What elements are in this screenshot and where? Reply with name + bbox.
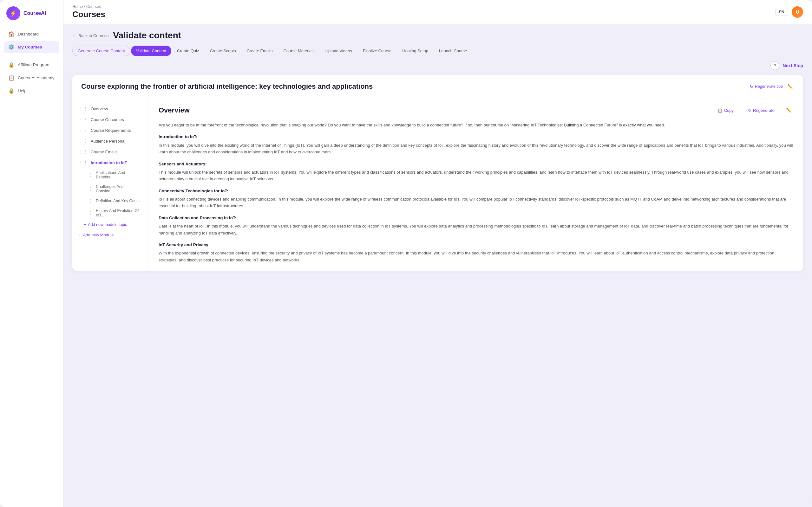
section-heading-security: IoT Security and Privacy: [159, 241, 793, 248]
overview-header: Overview 📋 Copy ↻ Regenerate ✏️ [159, 106, 793, 115]
plus-icon: + [84, 222, 86, 227]
nav-label-overview: Overview [91, 107, 108, 111]
section-connectivity: Connectivity Technologies for IoT: IoT i… [159, 187, 793, 210]
nav-item-requirements[interactable]: ⋮⋮ Course Requirements [72, 125, 148, 135]
nav-item-audience[interactable]: ⋮⋮ Audience Persona [72, 135, 148, 147]
regenerate-label: Regenerate [753, 108, 774, 113]
next-step-button[interactable]: Next Step [782, 63, 803, 68]
home-icon: 🏠 [8, 31, 14, 37]
help-icon: 🔒 [8, 88, 14, 94]
language-button[interactable]: EN [775, 8, 788, 16]
nav-sub-label-history: History And Evolution Of IoT.... [96, 209, 142, 217]
back-to-courses[interactable]: ← Back to Courses [72, 33, 108, 38]
drag-icon: ⋮⋮ [79, 128, 88, 133]
header-left: Home / Courses Courses [72, 4, 105, 19]
sidebar-item-academy[interactable]: 📋 CourseAI Academy [4, 72, 59, 84]
nav-label-audience: Audience Persona [91, 139, 124, 144]
back-label: Back to Courses [78, 33, 108, 38]
back-row: ← Back to Courses Validate content [72, 31, 803, 41]
logo-area: ⚡ CourseAI [0, 6, 63, 28]
tab-quiz[interactable]: Create Quiz [172, 46, 204, 56]
section-data: Data Collection and Processing in IoT: D… [159, 215, 793, 236]
edit-overview-button[interactable]: ✏️ [784, 106, 793, 115]
tab-videos[interactable]: Upload Videos [320, 46, 357, 56]
sidebar-label-dashboard: Dashboard [18, 32, 39, 37]
section-text-connectivity: IoT is all about connecting devices and … [159, 196, 793, 210]
breadcrumb-home[interactable]: Home [72, 4, 83, 9]
nav-item-emails[interactable]: ⋮⋮ Course Emails [72, 147, 148, 157]
sidebar: ⚡ CourseAI 🏠 Dashboard ⚙️ My Courses 🔒 A… [0, 0, 63, 507]
breadcrumb-courses[interactable]: Courses [86, 4, 101, 9]
nav-sub-label-definition: Definition And Key Con.... [96, 199, 141, 203]
section-heading-connectivity: Connectivity Technologies for IoT: [159, 187, 793, 194]
sidebar-label-my-courses: My Courses [18, 45, 42, 49]
top-header: Home / Courses Courses EN U [63, 0, 812, 24]
add-topic-label: Add new module topic [88, 222, 127, 227]
affiliate-icon: 🔒 [8, 62, 14, 68]
drag-icon: ⋮⋮ [79, 149, 88, 154]
drag-icon: ⋮⋮ [84, 210, 93, 216]
regenerate-title-button[interactable]: ↻ Regenerate title [750, 84, 783, 89]
overview-body: Are you eager to be at the forefront of … [159, 122, 793, 263]
nav-sub-label-challenges: Challenges And Conside.... [96, 184, 142, 193]
tab-emails[interactable]: Create Emails [242, 46, 278, 56]
sidebar-label-help: Help [18, 89, 27, 93]
tab-launch[interactable]: Launch Course [434, 46, 472, 56]
copy-label: Copy [724, 108, 734, 113]
nav-item-introduction[interactable]: ⋮⋮ Introduction to IoT [72, 157, 148, 168]
section-text-data: Data is at the heart of IoT. In this mod… [159, 223, 793, 236]
academy-icon: 📋 [8, 75, 14, 81]
logo-text: CourseAI [23, 10, 46, 16]
nav-sub-label-applications: Applications And Benefits.... [96, 170, 142, 179]
sidebar-label-affiliate: Affiliate Program [18, 62, 49, 67]
regen-label: Regenerate title [755, 84, 783, 89]
course-title-row: Course exploring the frontier of artific… [72, 75, 803, 98]
content-area: ← Back to Courses Validate content Gener… [63, 24, 812, 507]
course-body: ⋮⋮ Overview ⋮⋮ Course Outcomes ⋮⋮ Course… [72, 98, 803, 271]
overview-title: Overview [159, 106, 190, 114]
section-heading-data: Data Collection and Processing in IoT: [159, 215, 793, 222]
help-button[interactable]: ? [770, 61, 779, 70]
tab-generate[interactable]: Generate Course Content [72, 46, 131, 56]
nav-label-requirements: Course Requirements [91, 128, 131, 133]
overview-actions: 📋 Copy ↻ Regenerate ✏️ [714, 106, 793, 115]
add-module-button[interactable]: + Add new Module [72, 229, 148, 240]
section-text-security: With the exponential growth of connected… [159, 250, 793, 263]
plus-module-icon: + [79, 233, 81, 237]
tab-validate[interactable]: Validate Content [131, 46, 171, 56]
nav-item-overview[interactable]: ⋮⋮ Overview [72, 103, 148, 114]
nav-sub-applications[interactable]: ⋮⋮ Applications And Benefits.... [72, 168, 148, 182]
sidebar-item-affiliate[interactable]: 🔒 Affiliate Program [4, 59, 59, 71]
breadcrumb-sep: / [84, 4, 85, 9]
section-heading-iot: Introduction to IoT: [159, 133, 793, 140]
nav-sub-challenges[interactable]: ⋮⋮ Challenges And Conside.... [72, 182, 148, 196]
section-iot: Introduction to IoT: In this module, you… [159, 133, 793, 155]
regen-icon: ↻ [750, 84, 753, 89]
intro-paragraph: Are you eager to be at the forefront of … [159, 122, 793, 128]
regenerate-button[interactable]: ↻ Regenerate [745, 107, 778, 114]
drag-icon: ⋮⋮ [84, 199, 93, 204]
copy-button[interactable]: 📋 Copy [714, 107, 737, 114]
tab-materials[interactable]: Course Materials [278, 46, 319, 56]
sidebar-item-dashboard[interactable]: 🏠 Dashboard [4, 28, 59, 40]
avatar[interactable]: U [792, 6, 803, 18]
sidebar-item-help[interactable]: 🔒 Help [4, 84, 59, 97]
tab-scripts[interactable]: Create Scripts [205, 46, 241, 56]
nav-item-outcomes[interactable]: ⋮⋮ Course Outcomes [72, 114, 148, 125]
add-topic-button[interactable]: + Add new module topic [72, 220, 148, 229]
section-text-iot: In this module, you will dive into the e… [159, 142, 793, 156]
sidebar-label-academy: CourseAI Academy [18, 75, 55, 80]
drag-icon: ⋮⋮ [79, 160, 88, 165]
nav-sub-definition[interactable]: ⋮⋮ Definition And Key Con.... [72, 196, 148, 206]
section-text-sensors: This module will unlock the secrets of s… [159, 169, 793, 182]
tab-finalize[interactable]: Finalize Course [358, 46, 397, 56]
nav-sub-history[interactable]: ⋮⋮ History And Evolution Of IoT.... [72, 206, 148, 220]
main-area: Home / Courses Courses EN U ← Back to Co… [63, 0, 812, 507]
tab-hosting[interactable]: Hosting Setup [397, 46, 433, 56]
edit-title-button[interactable]: ✏️ [785, 82, 794, 91]
logo-icon: ⚡ [6, 6, 20, 20]
copy-icon: 📋 [717, 108, 722, 113]
drag-icon: ⋮⋮ [84, 186, 93, 191]
header-right: EN U [775, 6, 803, 18]
sidebar-item-my-courses[interactable]: ⚙️ My Courses [4, 41, 59, 53]
